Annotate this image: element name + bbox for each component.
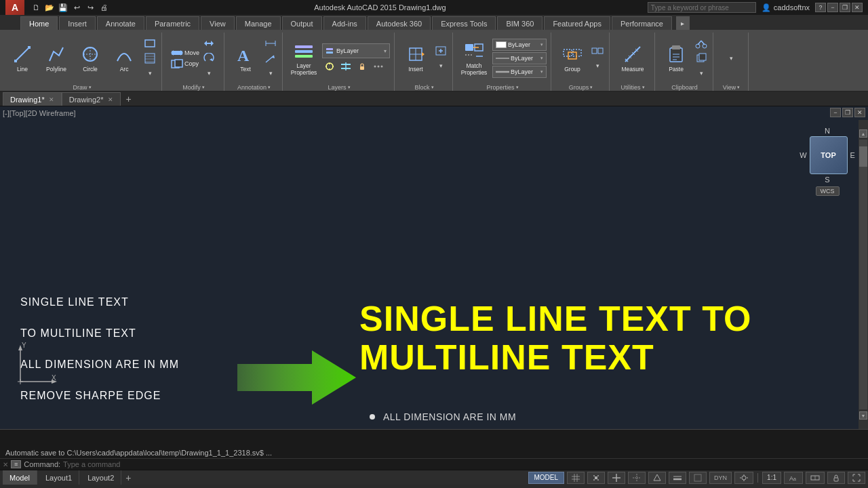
- lineweight-bylayer-dropdown[interactable]: ByLayer ▾: [492, 66, 547, 78]
- color-bylayer-dropdown[interactable]: ByLayer ▾: [492, 39, 547, 51]
- tab-annotate[interactable]: Annotate: [97, 16, 144, 30]
- statusbar-transparency-btn[interactable]: [689, 472, 707, 484]
- viewport-min-btn[interactable]: −: [830, 108, 841, 117]
- doc-tab-add[interactable]: +: [121, 92, 137, 106]
- save-btn[interactable]: 💾: [57, 1, 69, 14]
- tab-express-tools[interactable]: Express Tools: [432, 16, 496, 30]
- layer-more-btn[interactable]: [371, 60, 386, 73]
- statusbar-settings-btn[interactable]: [734, 472, 753, 484]
- tab-manage[interactable]: Manage: [236, 16, 281, 30]
- stretch-button[interactable]: [201, 37, 216, 50]
- statusbar-lineweight-btn[interactable]: [669, 472, 686, 484]
- statusbar-model-tab[interactable]: Model: [3, 470, 37, 485]
- statusbar-scale-btn[interactable]: 1:1: [762, 472, 781, 484]
- view-group-arrow[interactable]: ▾: [737, 85, 740, 90]
- polyline-button[interactable]: Polyline: [41, 39, 72, 77]
- block-more-btn[interactable]: ▾: [433, 59, 448, 73]
- tab-autodesk360[interactable]: Autodesk 360: [368, 16, 431, 30]
- dimension-btn[interactable]: [263, 37, 278, 50]
- clipboard-more-btn[interactable]: ▾: [694, 66, 709, 80]
- cut-btn[interactable]: [694, 37, 709, 50]
- block-group-arrow[interactable]: ▾: [431, 85, 434, 90]
- scrollbar-track-right[interactable]: [859, 140, 867, 409]
- tab-parametric[interactable]: Parametric: [146, 16, 199, 30]
- command-input[interactable]: [63, 460, 865, 468]
- insert-block-button[interactable]: Insert: [400, 39, 431, 77]
- measure-button[interactable]: Measure: [617, 39, 648, 77]
- scrollbar-down-btn[interactable]: ▼: [859, 411, 867, 420]
- statusbar-workspace-btn[interactable]: [806, 472, 825, 484]
- tab-addins[interactable]: Add-ins: [323, 16, 366, 30]
- statusbar-polar-btn[interactable]: [628, 472, 646, 484]
- undo-btn[interactable]: ↩: [71, 1, 83, 14]
- new-btn[interactable]: 🗋: [30, 1, 42, 14]
- text-button[interactable]: A Text: [230, 39, 261, 77]
- layer-dropdown[interactable]: ByLayer ▾: [322, 43, 390, 58]
- view-more-btn[interactable]: ▾: [724, 52, 739, 65]
- linetype-bylayer-dropdown[interactable]: ByLayer ▾: [492, 52, 547, 64]
- tab-performance[interactable]: Performance: [612, 16, 672, 30]
- statusbar-model-indicator[interactable]: MODEL: [528, 472, 565, 484]
- statusbar-add-layout-btn[interactable]: +: [123, 472, 134, 483]
- group-button[interactable]: Group: [557, 39, 588, 77]
- cmdline-expand-btn[interactable]: ≡: [11, 460, 21, 468]
- tab-home[interactable]: Home: [20, 16, 58, 30]
- statusbar-snap-btn[interactable]: [587, 472, 605, 484]
- move-button[interactable]: Move: [171, 48, 199, 58]
- groups-more-btn[interactable]: ▾: [590, 59, 605, 73]
- leader-btn[interactable]: [263, 52, 278, 65]
- tab-bim360[interactable]: BIM 360: [497, 16, 542, 30]
- tab-insert[interactable]: Insert: [59, 16, 96, 30]
- statusbar-ortho-btn[interactable]: [608, 472, 625, 484]
- ungroup-btn[interactable]: [590, 44, 605, 58]
- statusbar-fullscreen-btn[interactable]: [848, 472, 865, 484]
- cmdline-close-btn[interactable]: ✕: [3, 461, 8, 468]
- modify-group-arrow[interactable]: ▾: [202, 85, 205, 90]
- scrollbar-thumb-right[interactable]: [859, 146, 867, 167]
- doc-tab-drawing1[interactable]: Drawing1* ✕: [3, 92, 62, 106]
- line-button[interactable]: Line: [7, 39, 38, 77]
- rectangle-button[interactable]: [142, 37, 157, 50]
- statusbar-grid-btn[interactable]: [567, 472, 585, 484]
- view-cube-box[interactable]: TOP: [810, 136, 848, 174]
- statusbar-layout1-tab[interactable]: Layout1: [39, 470, 79, 485]
- statusbar-dynin-btn[interactable]: DYN: [709, 472, 732, 484]
- tab-output[interactable]: Output: [282, 16, 322, 30]
- viewport-scrollbar-right[interactable]: ▲ ▼: [859, 120, 868, 429]
- redo-btn[interactable]: ↪: [84, 1, 96, 14]
- ribbon-options-btn[interactable]: ▸: [676, 16, 690, 30]
- print-btn[interactable]: 🖨: [98, 1, 110, 14]
- statusbar-osnap-btn[interactable]: [648, 472, 666, 484]
- properties-group-arrow[interactable]: ▾: [516, 85, 519, 90]
- groups-group-arrow[interactable]: ▾: [590, 85, 593, 90]
- arc-button[interactable]: Arc: [108, 39, 140, 77]
- annotation-group-arrow[interactable]: ▾: [268, 85, 271, 90]
- restore-btn[interactable]: ❐: [840, 3, 850, 12]
- annotation-more-btn[interactable]: ▾: [263, 66, 278, 80]
- layer-freeze-btn[interactable]: [338, 60, 353, 73]
- tab-view[interactable]: View: [201, 16, 235, 30]
- layer-off-btn[interactable]: [322, 60, 337, 73]
- search-input[interactable]: [648, 2, 756, 13]
- doc-tab-drawing2-close[interactable]: ✕: [108, 96, 113, 103]
- copy-button[interactable]: Copy: [171, 59, 199, 68]
- rotate-button[interactable]: [201, 52, 216, 65]
- app-button[interactable]: A: [5, 0, 24, 15]
- statusbar-layout2-tab[interactable]: Layout2: [81, 470, 121, 485]
- viewport-close-btn[interactable]: ✕: [854, 108, 865, 117]
- layer-lock-btn[interactable]: [355, 60, 370, 73]
- layers-group-arrow[interactable]: ▾: [348, 85, 351, 90]
- draw-group-arrow[interactable]: ▾: [89, 85, 92, 90]
- match-properties-button[interactable]: Match Properties: [458, 39, 490, 77]
- draw-more-btn[interactable]: ▾: [142, 66, 157, 80]
- create-block-btn[interactable]: [433, 44, 448, 58]
- layer-properties-button[interactable]: Layer Properties: [288, 39, 319, 77]
- circle-button[interactable]: Circle: [75, 39, 106, 77]
- modify-more-btn[interactable]: ▾: [201, 66, 216, 80]
- doc-tab-drawing2[interactable]: Drawing2* ✕: [62, 92, 121, 106]
- tab-featured-apps[interactable]: Featured Apps: [544, 16, 610, 30]
- copy-clip-btn[interactable]: [694, 52, 709, 65]
- viewport-restore-btn[interactable]: ❐: [842, 108, 853, 117]
- statusbar-anno-btn[interactable]: Aa: [784, 472, 803, 484]
- minimize-btn[interactable]: −: [827, 3, 838, 12]
